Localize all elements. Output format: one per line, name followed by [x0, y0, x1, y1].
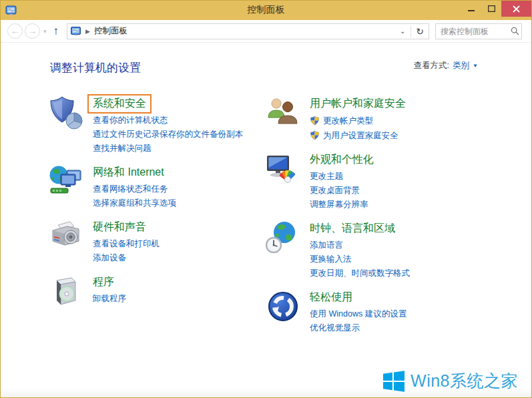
view-by-caret-icon[interactable]: ▼ — [473, 63, 478, 69]
task-link[interactable]: 查找并解决问题 — [93, 144, 243, 153]
task-link-label: 更改日期、时间或数字格式 — [310, 268, 410, 278]
task-link-label: 添加设备 — [93, 253, 126, 262]
category-ease-of-access: 轻松使用 使用 Windows 建议的设置优化视觉显示 — [266, 289, 493, 333]
search-input[interactable] — [436, 27, 508, 36]
task-link[interactable]: 选择家庭组和共享选项 — [93, 198, 176, 208]
maximize-icon — [488, 5, 495, 12]
search-box — [435, 23, 522, 39]
address-dropdown-icon[interactable]: ⌄ — [394, 27, 411, 35]
close-button[interactable] — [501, 1, 531, 17]
appearance-personalization-icon[interactable] — [266, 152, 302, 188]
maximize-button[interactable] — [481, 1, 501, 17]
right-column: 用户帐户和家庭安全 更改帐户类型为用户设置家庭安全 外观和个性化 更改主题更改桌… — [266, 95, 493, 344]
watermark: Win8系统之家 — [383, 370, 518, 392]
breadcrumb-arrow-icon: ▶ — [81, 28, 94, 35]
category-title-system-security[interactable]: 系统和安全 — [87, 94, 152, 114]
task-link-label: 查看网络状态和任务 — [93, 184, 168, 194]
task-link-label: 更改帐户类型 — [323, 116, 373, 126]
uac-shield-icon — [310, 130, 320, 140]
task-link[interactable]: 调整屏幕分辨率 — [310, 200, 374, 209]
category-system-security: 系统和安全 查看你的计算机状态通过文件历史记录保存你的文件备份副本查找并解决问题 — [49, 95, 266, 153]
task-link-label: 调整屏幕分辨率 — [310, 200, 368, 209]
task-link[interactable]: 更改桌面背景 — [310, 186, 374, 195]
task-link[interactable]: 使用 Windows 建议的设置 — [310, 309, 407, 319]
category-hardware-sound: 硬件和声音 查看设备和打印机添加设备 — [49, 219, 266, 262]
category-title-user-accounts-family-safety[interactable]: 用户帐户和家庭安全 — [310, 97, 406, 111]
breadcrumb-control-panel-icon — [71, 27, 81, 36]
task-link[interactable]: 查看你的计算机状态 — [93, 116, 243, 125]
recent-pages-chevron-icon[interactable]: ▾ — [42, 28, 48, 35]
watermark-text: Win8系统之家 — [411, 370, 518, 392]
task-link[interactable]: 更改主题 — [310, 172, 374, 181]
minimize-button[interactable] — [461, 1, 481, 17]
task-link[interactable]: 查看网络状态和任务 — [93, 184, 176, 194]
ease-of-access-icon[interactable] — [266, 289, 302, 325]
forward-button[interactable]: → — [25, 23, 40, 39]
category-title-hardware-sound[interactable]: 硬件和声音 — [93, 220, 146, 234]
task-link[interactable]: 更改帐户类型 — [310, 116, 406, 126]
task-link[interactable]: 更换输入法 — [310, 254, 410, 264]
category-title-clock-language-region[interactable]: 时钟、语言和区域 — [310, 222, 395, 236]
category-appearance-personalization: 外观和个性化 更改主题更改桌面背景调整屏幕分辨率 — [266, 152, 493, 209]
titlebar: 控制面板 — [1, 1, 531, 20]
task-link-label: 优化视觉显示 — [310, 323, 360, 333]
task-link-label: 为用户设置家庭安全 — [323, 131, 398, 140]
task-link-label: 查看设备和打印机 — [93, 239, 160, 248]
view-by-control: 查看方式: 类别 ▼ — [414, 60, 478, 71]
page-title: 调整计算机的设置 — [50, 60, 141, 75]
refresh-button[interactable]: ↻ — [411, 26, 429, 37]
category-user-accounts-family-safety: 用户帐户和家庭安全 更改帐户类型为用户设置家庭安全 — [266, 95, 493, 140]
address-bar[interactable]: ▶ 控制面板 ⌄ ↻ — [67, 23, 429, 39]
task-link-label: 通过文件历史记录保存你的文件备份副本 — [93, 130, 243, 139]
window-title: 控制面板 — [248, 4, 285, 16]
network-internet-icon[interactable] — [49, 164, 85, 200]
system-security-icon[interactable] — [49, 95, 85, 132]
view-by-value[interactable]: 类别 — [453, 60, 469, 71]
category-network-internet: 网络和 Internet 查看网络状态和任务选择家庭组和共享选项 — [49, 164, 266, 208]
back-button[interactable]: ← — [7, 23, 23, 39]
task-link-label: 查看你的计算机状态 — [93, 116, 168, 125]
view-by-label: 查看方式: — [414, 60, 449, 71]
search-icon[interactable] — [508, 27, 521, 35]
task-link-label: 使用 Windows 建议的设置 — [310, 309, 407, 319]
minimize-icon — [468, 5, 475, 12]
task-link-label: 更改主题 — [310, 172, 343, 181]
windows-logo-icon — [383, 371, 405, 392]
left-column: 系统和安全 查看你的计算机状态通过文件历史记录保存你的文件备份副本查找并解决问题… — [49, 95, 266, 344]
user-accounts-family-safety-icon[interactable] — [266, 95, 302, 132]
category-title-programs[interactable]: 程序 — [93, 275, 114, 289]
task-link-label: 添加语言 — [310, 240, 343, 250]
task-link-label: 选择家庭组和共享选项 — [93, 198, 176, 208]
task-link-label: 更换输入法 — [310, 254, 352, 264]
task-link[interactable]: 优化视觉显示 — [310, 323, 407, 333]
navigation-toolbar: ← → ▾ ↑ ▶ 控制面板 ⌄ ↻ — [1, 20, 531, 43]
category-clock-language-region: 时钟、语言和区域 添加语言更换输入法更改日期、时间或数字格式 — [266, 220, 493, 278]
category-columns: 系统和安全 查看你的计算机状态通过文件历史记录保存你的文件备份副本查找并解决问题… — [1, 95, 531, 344]
window-controls — [461, 1, 531, 17]
hardware-sound-icon[interactable] — [49, 219, 85, 255]
control-panel-home: 调整计算机的设置 查看方式: 类别 ▼ 系统和安全 查看你的计算机状态通过文件历… — [1, 43, 531, 397]
task-link-label: 查找并解决问题 — [93, 144, 152, 153]
uac-shield-icon — [310, 116, 320, 126]
task-link[interactable]: 通过文件历史记录保存你的文件备份副本 — [93, 130, 243, 139]
task-link[interactable]: 更改日期、时间或数字格式 — [310, 268, 410, 278]
category-title-network-internet[interactable]: 网络和 Internet — [93, 166, 164, 180]
category-title-appearance-personalization[interactable]: 外观和个性化 — [310, 153, 374, 167]
task-link-label: 卸载程序 — [93, 294, 126, 303]
control-panel-app-icon — [5, 5, 17, 16]
task-link-label: 更改桌面背景 — [310, 186, 360, 195]
content-header: 调整计算机的设置 查看方式: 类别 ▼ — [1, 43, 531, 95]
task-link[interactable]: 卸载程序 — [93, 294, 126, 303]
task-link[interactable]: 查看设备和打印机 — [93, 239, 160, 248]
task-link[interactable]: 添加设备 — [93, 253, 160, 262]
close-icon — [513, 5, 520, 13]
category-programs: 程序 卸载程序 — [49, 274, 266, 310]
category-title-ease-of-access[interactable]: 轻松使用 — [310, 290, 352, 305]
task-link[interactable]: 为用户设置家庭安全 — [310, 130, 406, 140]
control-panel-window: 控制面板 ← → ▾ ↑ ▶ 控制面板 ⌄ ↻ — [0, 0, 532, 398]
task-link[interactable]: 添加语言 — [310, 240, 410, 250]
breadcrumb-control-panel[interactable]: 控制面板 — [94, 25, 127, 37]
up-button[interactable]: ↑ — [50, 25, 63, 37]
programs-icon[interactable] — [49, 274, 85, 310]
clock-language-region-icon[interactable] — [266, 220, 302, 256]
